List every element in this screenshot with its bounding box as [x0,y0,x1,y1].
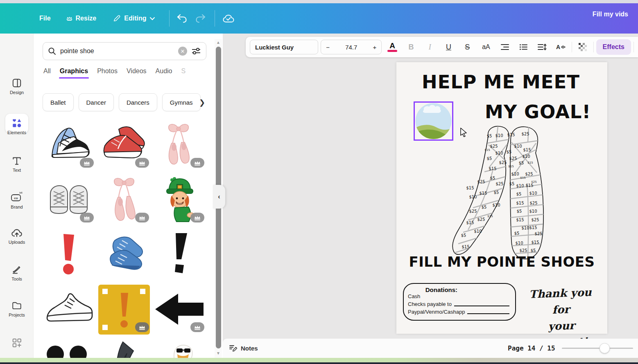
file-menu[interactable]: File [39,15,51,22]
result-exclamation-red[interactable] [42,230,95,281]
filter-icon[interactable] [191,47,201,56]
result-duck-sunglasses[interactable] [153,339,206,358]
underline-button[interactable]: U [441,39,457,55]
result-sneaker-blue-hightop[interactable] [42,120,95,171]
result-sneaker-outline[interactable] [42,285,95,335]
canvas-page[interactable]: HELP ME MEET MY GOAL! [396,62,607,334]
duck-sunglasses-graphic [153,339,206,358]
tab-truncated[interactable]: S [181,67,186,79]
effects-button[interactable]: Effects [596,39,631,55]
text-case-button[interactable]: aA [478,39,494,55]
font-size-decrease[interactable]: − [326,44,330,51]
sidebar-label-text: Text [13,168,21,173]
pointe-shoes-drawing[interactable]: $5$10$15$25$25$10$15$10$5$15$5$25$10$25$… [448,123,547,260]
search-box[interactable]: ✕ [43,42,206,60]
editing-mode-menu[interactable]: Editing [113,14,155,22]
sidebar-item-projects[interactable]: Projects [0,300,34,317]
menu-icon[interactable] [11,14,21,23]
svg-text:$10: $10 [521,226,529,230]
bottom-edge-strip [0,362,638,364]
page-indicator[interactable]: Page 14 / 15 [508,344,555,352]
sidebar-item-elements[interactable]: Elements [0,118,34,135]
chip-ballet[interactable]: Ballet [43,93,74,111]
result-sneakers-grey-pair[interactable] [42,175,95,226]
chips-more-chevron-icon[interactable]: ❯ [199,98,205,107]
italic-button[interactable]: I [422,39,438,55]
chip-dancer[interactable]: Dancer [79,93,114,111]
result-leprechaun[interactable] [153,175,206,226]
svg-text:$25: $25 [509,156,517,161]
svg-text:$10: $10 [529,209,537,213]
svg-text:$10: $10 [511,172,519,176]
save-status-button[interactable] [222,13,235,23]
zoom-slider[interactable] [562,348,633,349]
letter-spacing-button[interactable]: A [553,39,569,55]
sidebar-item-tools[interactable]: Tools [0,264,34,281]
result-wing-dark[interactable] [97,339,151,358]
notes-button[interactable]: Notes [229,344,258,353]
redo-icon [195,13,206,24]
svg-text:$15: $15 [529,225,537,230]
result-arrow-left-black[interactable] [153,285,206,335]
text-color-button[interactable]: A [384,39,400,55]
strikethrough-button[interactable]: S [459,39,475,55]
notes-icon [229,344,238,353]
sneakers-blue-pair-graphic [97,230,151,281]
chip-gymnast[interactable]: Gymnas [162,93,201,111]
result-pointe-shoes-pink[interactable] [153,120,206,171]
alignment-button[interactable] [497,39,513,55]
result-circles-black[interactable] [42,339,95,358]
result-ballet-slippers-pink[interactable] [97,175,151,226]
tab-videos[interactable]: Videos [127,67,147,79]
svg-text:$25: $25 [495,182,503,186]
result-exclamation-black[interactable] [153,230,206,281]
svg-text:$15: $15 [487,215,493,218]
sidebar-item-text[interactable]: Text [0,155,34,173]
donations-heading: Donations: [408,286,475,293]
font-size-value[interactable]: 74.7 [345,44,357,51]
redo-button[interactable] [195,13,206,24]
sidebar-item-brand[interactable]: co Brand [0,191,34,209]
image-placeholder[interactable] [414,101,453,141]
panel-collapse-handle[interactable]: ‹ [213,185,225,209]
font-size-increase[interactable]: + [373,44,377,51]
search-input[interactable] [60,47,174,55]
resize-menu[interactable]: Resize [66,15,97,22]
tab-photos[interactable]: Photos [97,67,118,79]
donations-box[interactable]: Donations: Cash Checks payable to Paypal… [403,283,516,321]
tab-audio[interactable]: Audio [156,67,172,79]
project-name[interactable]: Fill my vids [593,11,628,18]
sidebar-item-design[interactable]: Design [0,78,34,95]
undo-button[interactable] [176,13,188,24]
bold-button[interactable]: B [403,39,419,55]
scroll-up-arrow-icon[interactable]: ▲ [215,40,221,45]
sidebar-label-brand: Brand [11,204,23,209]
bullet-list-button[interactable] [516,39,532,55]
tab-all[interactable]: All [43,67,51,79]
sidebar-item-apps[interactable] [0,337,34,348]
svg-text:$25: $25 [490,144,498,148]
svg-text:$10: $10 [514,144,522,148]
zoom-slider-handle[interactable] [600,343,610,353]
svg-text:$15: $15 [489,166,496,171]
file-label: File [39,15,51,22]
result-sneakers-red-pair[interactable] [97,120,151,171]
font-family-selector[interactable]: Luckiest Guy [250,40,318,54]
poster-subtitle[interactable]: FILL MY POINTE SHOES [400,254,603,270]
result-sneakers-blue-pair[interactable] [97,230,151,281]
poster-title-line1[interactable]: HELP ME MEET [405,71,597,93]
search-clear-icon[interactable]: ✕ [178,47,187,56]
line-spacing-button[interactable] [534,39,550,55]
svg-text:$5: $5 [482,205,487,209]
chip-dancers[interactable]: Dancers [119,93,157,111]
result-exclamation-yellow-tile[interactable] [97,285,151,335]
sidebar-label-elements: Elements [7,130,26,135]
tab-graphics[interactable]: Graphics [60,67,88,79]
svg-text:$25: $25 [534,231,542,236]
sidebar-item-uploads[interactable]: Uploads [0,227,34,245]
transparency-button[interactable] [575,39,591,55]
scroll-down-arrow-icon[interactable]: ▼ [215,351,221,356]
pro-crown-badge [135,158,149,169]
svg-text:$5: $5 [494,190,499,195]
text-settings-icon: A [556,43,566,51]
